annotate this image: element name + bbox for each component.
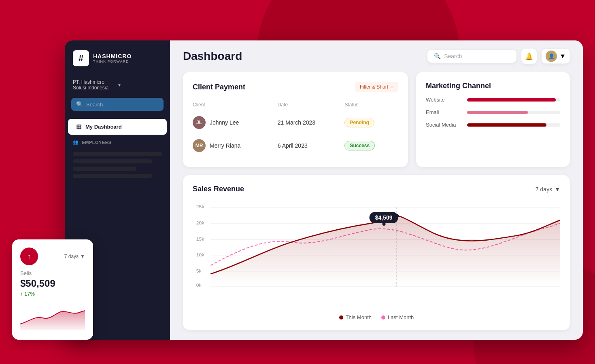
chart-container: $4,509 25k 20k 15k 10k 5k 0k (193, 200, 560, 309)
sidebar-search[interactable]: 🔍 (71, 98, 164, 111)
sidebar-item-dashboard[interactable]: ⊞ My Dashboard (68, 119, 167, 135)
legend-this-month: This Month (339, 314, 372, 320)
sells-change: ↑ 17% (20, 291, 85, 297)
company-name: PT. Hashmicro Solusi Indonesia (73, 79, 117, 91)
y-label-25k: 25k (196, 204, 204, 210)
last-month-dot (381, 315, 385, 320)
table-row: MR Merry Riana 6 April 2023 Success (193, 134, 398, 157)
client-name-1: Johnny Lee (210, 119, 239, 126)
channel-label-website: Website (426, 97, 462, 103)
client-cell-2: MR Merry Riana (193, 134, 278, 157)
date-cell-1: 21 March 2023 (278, 111, 345, 134)
y-label-15k: 15k (196, 236, 204, 242)
channel-bar-bg-website (467, 98, 560, 102)
period-selector[interactable]: 7 days ▼ (536, 186, 560, 193)
this-month-area (210, 216, 560, 287)
this-month-dot (339, 315, 343, 320)
client-payment-card: Client Payment Filter & Short ≡ Client D… (183, 72, 408, 167)
y-label-10k: 10k (196, 252, 204, 258)
client-name-2: Merry Riana (210, 142, 240, 149)
client-cell-1: JL Johnny Lee (193, 111, 278, 134)
sidebar-logo: # HASHMICRO THINK FORWARD (65, 40, 170, 76)
floating-card-header: ↑ 7 days ▼ (20, 248, 85, 265)
main-content: Dashboard 🔍 🔔 👤 ▼ Client Payment (170, 40, 583, 340)
y-label-5k: 5k (196, 268, 202, 274)
legend-last-month: Last Month (381, 314, 414, 320)
nav-section-employees: 👥 EMPLOYEES (65, 135, 170, 149)
status-cell-1: Pending (344, 111, 398, 134)
header-actions: 🔍 🔔 👤 ▼ (427, 49, 570, 64)
col-date: Date (278, 99, 345, 111)
nav-placeholder-4 (73, 174, 152, 178)
channel-bar-bg-email (467, 111, 560, 114)
mini-chart-svg (20, 302, 85, 330)
status-badge-success: Success (344, 141, 375, 150)
sales-revenue-title: Sales Revenue (193, 185, 244, 193)
this-month-label: This Month (346, 314, 372, 320)
app-container: # HASHMICRO THINK FORWARD PT. Hashmicro … (65, 40, 583, 340)
payment-table: Client Date Status JL Johnny Lee (193, 99, 398, 157)
status-badge-pending: Pending (344, 118, 374, 127)
floating-sells-card: ↑ 7 days ▼ Sells $50,509 ↑ 17% (12, 239, 93, 340)
sidebar-search-input[interactable] (86, 102, 159, 108)
notification-button[interactable]: 🔔 (521, 49, 537, 64)
search-input[interactable] (444, 53, 510, 59)
sidebar-item-label: My Dashboard (85, 124, 122, 130)
channel-website: Website (426, 97, 560, 103)
search-icon: 🔍 (434, 53, 441, 59)
logo-icon: # (73, 50, 89, 66)
client-info-1: JL Johnny Lee (193, 116, 278, 129)
mini-chart (20, 302, 85, 332)
client-payment-title: Client Payment (193, 83, 245, 91)
y-label-20k: 20k (196, 220, 204, 226)
logo-brand: HASHMICRO (93, 53, 132, 59)
channel-bar-bg-social (467, 123, 560, 127)
search-icon: 🔍 (76, 101, 83, 108)
chevron-down-icon: ▼ (117, 83, 162, 87)
avatar: 👤 (546, 51, 557, 62)
filter-short-button[interactable]: Filter & Short ≡ (355, 82, 398, 92)
employees-icon: 👥 (73, 140, 79, 145)
last-month-label: Last Month (388, 314, 414, 320)
main-header: Dashboard 🔍 🔔 👤 ▼ (170, 40, 583, 72)
dashboard-grid: Client Payment Filter & Short ≡ Client D… (170, 72, 583, 340)
nav-placeholder-2 (73, 159, 152, 163)
nav-placeholder-1 (73, 152, 162, 156)
search-bar[interactable]: 🔍 (427, 50, 516, 63)
chevron-down-icon: ▼ (555, 186, 560, 193)
sales-header: Sales Revenue 7 days ▼ (193, 185, 560, 193)
channel-bar-website (467, 98, 556, 102)
sells-icon: ↑ (20, 248, 38, 265)
client-info-2: MR Merry Riana (193, 139, 278, 152)
logo-tagline: THINK FORWARD (93, 59, 132, 63)
channel-label-social: Social Media (426, 122, 462, 128)
logo-text: HASHMICRO THINK FORWARD (93, 53, 132, 63)
chevron-down-icon: ▼ (80, 254, 85, 259)
marketing-channel-header: Marketing Channel (426, 82, 560, 90)
col-client: Client (193, 99, 278, 111)
client-avatar-1: JL (193, 116, 206, 129)
company-selector[interactable]: PT. Hashmicro Solusi Indonesia ▼ (65, 76, 170, 94)
table-row: JL Johnny Lee 21 March 2023 Pending (193, 111, 398, 134)
client-payment-header: Client Payment Filter & Short ≡ (193, 82, 398, 92)
date-cell-2: 6 April 2023 (278, 134, 345, 157)
sells-period-label: 7 days (64, 254, 79, 259)
channel-social: Social Media (426, 122, 560, 128)
sales-revenue-card: Sales Revenue 7 days ▼ $4,509 25k 20k (183, 175, 570, 330)
channel-email: Email (426, 109, 560, 115)
page-title: Dashboard (183, 50, 242, 63)
avatar-button[interactable]: 👤 ▼ (542, 49, 570, 63)
sells-value: $50,509 (20, 278, 85, 289)
sells-label: Sells (20, 270, 85, 276)
col-status: Status (344, 99, 398, 111)
channel-bar-social (467, 123, 546, 127)
filter-icon: ≡ (391, 84, 393, 90)
nav-placeholder-3 (73, 167, 136, 171)
marketing-channel-card: Marketing Channel Website Email Social M… (416, 72, 570, 167)
client-avatar-2: MR (193, 139, 206, 152)
chart-tooltip: $4,509 (370, 212, 398, 223)
status-cell-2: Success (344, 134, 398, 157)
sells-period[interactable]: 7 days ▼ (64, 254, 85, 259)
chevron-down-icon: ▼ (559, 53, 566, 60)
tooltip-value: $4,509 (375, 214, 393, 221)
